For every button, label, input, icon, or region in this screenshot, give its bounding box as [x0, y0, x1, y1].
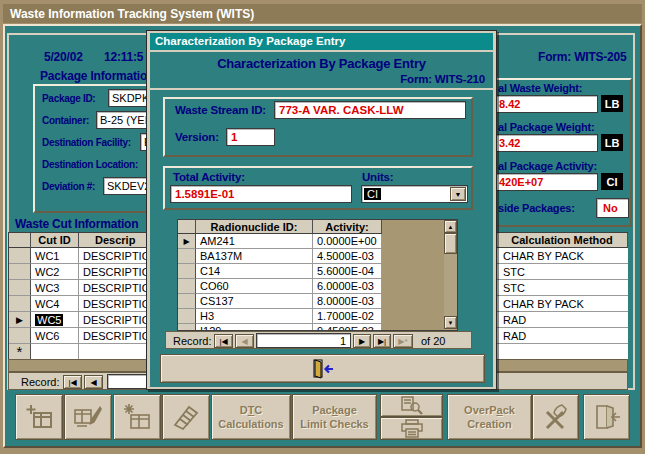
row-selector[interactable] — [9, 280, 31, 296]
add-record-button[interactable] — [15, 394, 63, 440]
activity-cell[interactable]: 8.0000E-03 — [313, 294, 382, 309]
row-selector[interactable] — [178, 309, 196, 324]
row-selector[interactable] — [178, 324, 196, 331]
row-selector[interactable] — [9, 264, 31, 280]
grid-row-selector-header — [178, 220, 196, 234]
overpack-creation-button[interactable]: OverPack Creation — [447, 394, 532, 440]
waste-cut-header: Waste Cut Information — [15, 217, 138, 231]
version-field[interactable]: 1 — [226, 128, 275, 146]
cut-id-cell[interactable]: WC2 — [31, 264, 79, 280]
edit-record-button[interactable] — [64, 394, 112, 440]
method-cell[interactable]: STC — [497, 280, 628, 296]
cut-id-cell[interactable]: WC6 — [31, 328, 79, 344]
new-record-button[interactable] — [113, 394, 161, 440]
radionuclide-id-cell[interactable]: CS137 — [196, 294, 313, 309]
units-label: Units: — [362, 171, 393, 183]
previous-record-button: ◀ — [235, 334, 254, 348]
radionuclide-grid: Radionuclide ID: Activity: ▶ AM241 0.000… — [177, 219, 458, 331]
record-number-box[interactable]: 1 — [256, 333, 351, 348]
window-titlebar[interactable]: Waste Information Tracking System (WITS) — [3, 4, 642, 23]
row-selector[interactable] — [178, 279, 196, 294]
new-cut-id-cell[interactable] — [31, 344, 79, 360]
method-cell[interactable]: RAD — [497, 328, 628, 344]
activity-column-header[interactable]: Activity: — [313, 220, 382, 234]
method-cell[interactable]: CHAR BY PACK — [497, 248, 628, 264]
units-combobox[interactable]: CI ▼ — [361, 185, 468, 203]
activity-cell[interactable]: 6.0000E-03 — [313, 279, 382, 294]
total-package-activity-field[interactable]: 420E+07 — [486, 173, 598, 191]
cut-id-cell-selected[interactable]: WC5 — [31, 312, 79, 328]
dialog-titlebar[interactable]: Characterization By Package Entry — [150, 33, 493, 50]
radionuclide-id-cell[interactable]: C14 — [196, 264, 313, 279]
activity-cell[interactable]: 5.6000E-04 — [313, 264, 382, 279]
total-activity-field[interactable]: 1.5891E-01 — [170, 185, 352, 203]
radionuclide-id-cell[interactable]: AM241 — [196, 234, 313, 249]
add-record-icon — [24, 404, 54, 430]
row-selector[interactable] — [178, 294, 196, 309]
waste-stream-id-field[interactable]: 773-A VAR. CASK-LLW — [274, 101, 466, 119]
row-selector[interactable] — [178, 264, 196, 279]
date-label: 5/20/02 — [44, 50, 83, 64]
exit-form-button[interactable] — [583, 394, 630, 440]
cut-id-cell[interactable]: WC1 — [31, 248, 79, 264]
units-dropdown-arrow[interactable]: ▼ — [450, 187, 466, 201]
activity-cell[interactable]: 0.0000E+00 — [313, 234, 382, 249]
edit-record-icon — [73, 404, 103, 430]
total-package-activity-value: 420E+07 — [499, 176, 543, 188]
cut-id-cell[interactable]: WC4 — [31, 296, 79, 312]
packages-label: side Packages: — [498, 202, 575, 214]
current-row-selector[interactable]: ▶ — [9, 312, 31, 328]
radionuclide-id-column-header[interactable]: Radionuclide ID: — [196, 220, 313, 234]
grid-vscrollbar[interactable]: ▲ ▼ — [444, 220, 457, 330]
eraser-icon — [171, 403, 201, 431]
new-record-selector[interactable]: * — [9, 344, 31, 360]
activity-cell[interactable]: 4.5000E-03 — [313, 249, 382, 264]
waste-cut-row-selector-header — [9, 233, 31, 248]
radionuclide-id-cell[interactable]: I129 — [196, 324, 313, 331]
new-record-asterisk-icon: * — [17, 347, 23, 357]
cut-id-cell[interactable]: WC3 — [31, 280, 79, 296]
radionuclide-id-cell[interactable]: CO60 — [196, 279, 313, 294]
waste-cut-cutid-column-header[interactable]: Cut ID — [31, 233, 79, 248]
print-preview-button[interactable] — [380, 394, 443, 417]
first-record-button[interactable]: |◀ — [214, 334, 233, 348]
print-button[interactable] — [380, 417, 443, 440]
row-selector[interactable] — [9, 328, 31, 344]
calculation-method-column-header[interactable]: Calculation Method — [497, 233, 628, 248]
delete-eraser-button[interactable] — [162, 394, 210, 440]
destination-location-label: Destination Location: — [42, 159, 138, 170]
radionuclide-id-cell[interactable]: BA137M — [196, 249, 313, 264]
row-selector[interactable] — [9, 248, 31, 264]
row-selector[interactable] — [178, 249, 196, 264]
record-count-label: of 20 — [421, 335, 445, 347]
waste-stream-id-label: Waste Stream ID: — [175, 104, 266, 116]
total-waste-weight-value: 8.42 — [499, 98, 520, 110]
cancel-changes-button[interactable] — [532, 394, 579, 440]
record-number-value: 1 — [340, 335, 346, 347]
next-record-button[interactable]: ▶ — [353, 334, 371, 348]
new-method-cell[interactable] — [497, 344, 628, 360]
method-cell[interactable]: STC — [497, 264, 628, 280]
first-record-button[interactable]: |◀ — [63, 375, 82, 389]
activity-cell[interactable]: 1.7000E-02 — [313, 309, 382, 324]
method-cell[interactable]: RAD — [497, 312, 628, 328]
container-label: Container: — [42, 115, 89, 126]
method-cell[interactable]: CHAR BY PACK — [497, 296, 628, 312]
deviation-label: Deviation #: — [42, 181, 95, 192]
last-record-button[interactable]: ▶| — [373, 334, 391, 348]
scroll-down-button[interactable]: ▼ — [444, 316, 457, 329]
package-limit-checks-button[interactable]: Package Limit Checks — [292, 394, 377, 440]
dialog-exit-button[interactable] — [160, 354, 485, 383]
row-selector[interactable] — [9, 296, 31, 312]
scrollbar-thumb[interactable] — [444, 233, 457, 254]
radionuclide-id-cell[interactable]: H3 — [196, 309, 313, 324]
total-waste-weight-field[interactable]: 8.42 — [486, 95, 598, 113]
scroll-up-button[interactable]: ▲ — [444, 220, 457, 233]
dtc-calculations-button[interactable]: DTC Calculations — [211, 394, 291, 440]
current-row-selector[interactable]: ▶ — [178, 234, 196, 249]
previous-record-button[interactable]: ◀ — [84, 375, 103, 389]
version-value: 1 — [231, 131, 237, 143]
packages-field[interactable]: No — [596, 198, 629, 218]
total-package-weight-field[interactable]: 3.42 — [486, 134, 598, 152]
activity-cell[interactable]: 9.4500E-03 — [313, 324, 382, 331]
